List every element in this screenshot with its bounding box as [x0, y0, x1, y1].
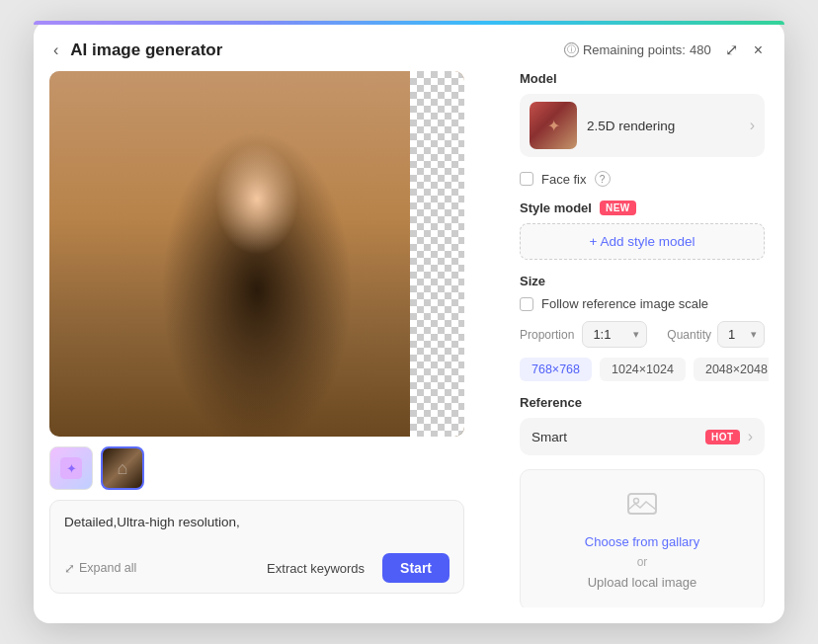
modal-body: ✦ Detailed,Ultra-high resolution, ⤢ Expa…	[34, 71, 784, 623]
action-buttons: Extract keywords Start	[257, 553, 450, 583]
model-name: 2.5D rendering	[587, 119, 740, 133]
facefix-row: Face fix ?	[520, 171, 765, 187]
follow-ref-checkbox[interactable]	[520, 297, 533, 311]
add-image-thumb[interactable]: ✦	[49, 446, 93, 490]
start-button[interactable]: Start	[382, 553, 450, 583]
smart-chevron-icon: ›	[748, 428, 753, 445]
prompt-box: Detailed,Ultra-high resolution, ⤢ Expand…	[49, 500, 464, 594]
quantity-group: Quantity 1 2 4	[667, 321, 765, 348]
size-preset-1024[interactable]: 1024×1024	[600, 358, 686, 381]
proportion-label: Proportion	[520, 328, 574, 342]
expand-window-button[interactable]: ⤢	[723, 39, 740, 61]
add-image-icon: ✦	[60, 457, 82, 479]
remaining-points-value: 480	[690, 42, 711, 57]
remaining-points: ⓘ Remaining points: 480	[564, 42, 711, 57]
prompt-actions: ⤢ Expand all Extract keywords Start	[64, 553, 450, 583]
smart-reference-row[interactable]: Smart HOT ›	[520, 418, 765, 455]
size-section-label: Size	[520, 274, 765, 288]
reference-section-label: Reference	[520, 395, 765, 410]
model-thumbnail	[530, 102, 577, 149]
style-model-header: Style model NEW	[520, 201, 765, 215]
follow-ref-label: Follow reference image scale	[541, 296, 708, 311]
generated-image-thumb[interactable]	[101, 446, 144, 490]
expand-all-label: Expand all	[79, 561, 136, 575]
info-icon: ⓘ	[564, 42, 579, 57]
size-preset-2048[interactable]: 2048×2048	[694, 358, 769, 381]
facefix-label: Face fix	[541, 172, 587, 187]
back-button[interactable]: ‹	[49, 41, 62, 59]
svg-point-3	[634, 499, 639, 504]
reference-section: Reference Smart HOT ›	[520, 395, 765, 455]
model-selector[interactable]: 2.5D rendering ›	[520, 94, 765, 157]
size-presets: 768×768 1024×1024 2048×2048	[520, 358, 765, 381]
facefix-help-icon[interactable]: ?	[595, 171, 611, 187]
facefix-checkbox[interactable]	[520, 172, 533, 186]
svg-text:✦: ✦	[66, 461, 77, 476]
extract-keywords-button[interactable]: Extract keywords	[257, 555, 374, 582]
add-style-model-button[interactable]: + Add style model	[520, 223, 765, 260]
style-model-label: Style model	[520, 201, 592, 215]
image-placeholder-icon	[626, 490, 658, 518]
or-divider: or	[637, 555, 648, 569]
main-image-container	[49, 71, 464, 437]
size-section: Size Follow reference image scale Propor…	[520, 274, 765, 381]
smart-label: Smart	[532, 430, 699, 444]
anime-image	[49, 71, 464, 437]
choose-from-gallery-link[interactable]: Choose from gallary	[585, 534, 699, 549]
proportion-select-wrapper: 1:1 4:3 16:9 3:4 9:16	[582, 321, 647, 348]
expand-all-button[interactable]: ⤢ Expand all	[64, 561, 136, 576]
upload-local-image-link[interactable]: Upload local image	[588, 575, 697, 590]
gallery-section: Choose from gallary or Upload local imag…	[520, 469, 765, 607]
new-badge: NEW	[600, 201, 636, 215]
style-model-section: Style model NEW + Add style model	[520, 201, 765, 260]
prompt-text: Detailed,Ultra-high resolution,	[64, 513, 450, 545]
svg-rect-2	[628, 494, 656, 514]
close-button[interactable]: ×	[752, 40, 765, 61]
header-right: ⓘ Remaining points: 480 ⤢ ×	[564, 39, 765, 61]
modal-title: AI image generator	[70, 40, 222, 60]
proportion-select[interactable]: 1:1 4:3 16:9 3:4 9:16	[582, 321, 647, 348]
ai-image-generator-modal: ‹ AI image generator ⓘ Remaining points:…	[34, 21, 784, 623]
size-controls-row: Proportion 1:1 4:3 16:9 3:4 9:16 Quantit…	[520, 321, 765, 348]
expand-icon: ⤢	[64, 561, 75, 576]
size-preset-768[interactable]: 768×768	[520, 358, 592, 381]
modal-header: ‹ AI image generator ⓘ Remaining points:…	[34, 25, 784, 71]
quantity-label: Quantity	[667, 328, 711, 342]
chevron-right-icon: ›	[750, 117, 755, 134]
gallery-icon	[626, 490, 658, 524]
hot-badge: HOT	[705, 430, 740, 444]
thumbnail-strip: ✦	[49, 446, 464, 490]
model-section: Model 2.5D rendering ›	[520, 71, 765, 157]
model-section-label: Model	[520, 71, 765, 86]
follow-ref-row: Follow reference image scale	[520, 296, 765, 311]
transparency-checkerboard	[410, 71, 464, 437]
left-panel: ✦ Detailed,Ultra-high resolution, ⤢ Expa…	[49, 71, 504, 607]
quantity-select[interactable]: 1 2 4	[717, 321, 765, 348]
remaining-points-label: Remaining points:	[583, 42, 686, 57]
right-panel: Model 2.5D rendering › Face fix ? Style …	[520, 71, 769, 607]
header-left: ‹ AI image generator	[49, 40, 222, 60]
quantity-select-wrapper: 1 2 4	[717, 321, 765, 348]
